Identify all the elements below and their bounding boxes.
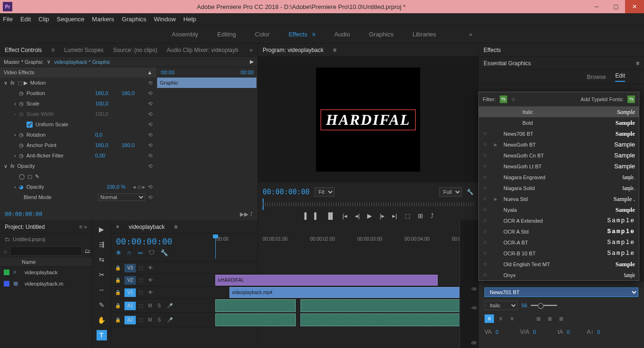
reset-icon[interactable]: ⟲ — [148, 184, 152, 190]
reset-icon[interactable]: ⟲ — [148, 122, 152, 128]
step-fwd-icon[interactable]: |▸ — [379, 212, 384, 219]
magnet-icon[interactable]: ∩ — [127, 249, 131, 256]
favorite-star-icon[interactable]: ☆ — [483, 174, 489, 180]
panel-menu-icon[interactable]: ≡ — [174, 224, 177, 230]
menu-graphics[interactable]: Graphics — [122, 16, 146, 23]
align-right-button[interactable]: ≡ — [507, 314, 517, 323]
program-scrubber[interactable] — [263, 199, 474, 210]
pen-tool[interactable]: ✎ — [97, 300, 107, 310]
razor-tool[interactable]: ✂ — [97, 270, 107, 280]
tracking-value[interactable]: 0 — [495, 329, 498, 335]
project-item[interactable]: ▦videoplayback.m — [0, 278, 92, 289]
audio-clip[interactable] — [300, 299, 461, 312]
project-item[interactable]: ≡videoplayback — [0, 267, 92, 278]
wrench-icon[interactable]: 🔧 — [467, 189, 474, 195]
panel-tab[interactable]: Effect Controls — [5, 47, 42, 53]
eg-tab-edit[interactable]: Edit — [615, 72, 625, 82]
go-in-icon[interactable]: |◂ — [343, 212, 347, 219]
anchor-y[interactable]: 180,0 — [122, 142, 145, 148]
anchor-x[interactable]: 180,0 — [95, 142, 119, 148]
fit-select[interactable]: Fit — [314, 187, 335, 197]
font-item[interactable]: ☆Niagara SolidSample . — [479, 183, 639, 193]
mark-clip-icon[interactable]: ▐▌ — [326, 212, 335, 219]
lock-icon[interactable]: 🔒 — [115, 278, 122, 283]
lock-icon[interactable]: 🔒 — [115, 317, 122, 322]
align-top-button[interactable]: ≣ — [534, 314, 543, 323]
blend-mode-select[interactable]: Normal — [98, 193, 145, 201]
panel-tab[interactable]: Source: (no clips) — [113, 47, 157, 53]
close-button[interactable]: ✕ — [625, 0, 644, 13]
eye-icon[interactable]: 👁 — [148, 290, 155, 295]
workspace-audio[interactable]: Audio — [334, 31, 350, 38]
favorite-star-icon[interactable]: ☆ — [483, 218, 489, 224]
opacity-value[interactable]: 100,0 % — [106, 184, 130, 190]
reset-icon[interactable]: ⟲ — [148, 111, 152, 117]
a2-track-label[interactable]: A2 — [124, 316, 136, 324]
reset-icon[interactable]: ⟲ — [148, 101, 152, 107]
reset-icon[interactable]: ⟲ — [148, 163, 152, 169]
ripple-tool[interactable]: ⇆ — [97, 254, 107, 265]
menu-clip[interactable]: Clip — [38, 16, 49, 23]
ec-tl-clip[interactable]: Graphic — [157, 78, 256, 88]
menu-sequence[interactable]: Sequence — [57, 16, 85, 23]
favorite-star-icon[interactable]: ☆ — [483, 141, 489, 148]
playhead[interactable] — [215, 236, 216, 259]
favorite-star-icon[interactable]: ☆ — [483, 228, 489, 235]
reset-icon[interactable]: ⟲ — [148, 153, 152, 159]
favorite-star-icon[interactable]: ☆ — [483, 152, 489, 158]
lock-icon[interactable]: 🔒 — [115, 303, 122, 308]
link-icon[interactable]: ⫘ — [137, 249, 143, 256]
font-item[interactable]: ☆Old English Text MTSample — [479, 259, 639, 270]
font-item[interactable]: ☆Niagara EngravedSample . — [479, 172, 639, 183]
font-item[interactable]: ☆▶NewsGoth BTSample — [479, 139, 639, 150]
font-item[interactable]: ItalicSample — [479, 106, 639, 117]
baseline-value[interactable]: 0 — [597, 329, 600, 335]
workspace-libraries[interactable]: Libraries — [413, 31, 436, 38]
selection-tool[interactable]: ▶ — [97, 224, 107, 235]
panel-menu-icon[interactable]: ≡ — [51, 47, 54, 53]
workspace-editing[interactable]: Editing — [217, 31, 236, 38]
program-timecode[interactable]: 00:00:00:00 — [263, 188, 309, 196]
reset-icon[interactable]: ⟲ — [148, 142, 152, 148]
settings-icon[interactable]: 🔧 — [160, 249, 168, 256]
mute-button[interactable]: M — [148, 317, 155, 322]
mute-button[interactable]: M — [148, 303, 155, 308]
favorite-filter-icon[interactable]: ☆ — [511, 96, 516, 103]
v1-track-label[interactable]: V1 — [124, 288, 136, 297]
export-icon[interactable]: ⤴ — [431, 212, 434, 219]
slip-tool[interactable]: ↔ — [97, 285, 107, 295]
project-tab[interactable]: Project: Untitled — [5, 224, 45, 230]
font-item[interactable]: ☆News706 BTSample — [479, 128, 639, 139]
solo-button[interactable]: S — [158, 317, 164, 322]
panel-menu-icon[interactable]: ≡ — [333, 47, 336, 53]
position-x[interactable]: 180,0 — [95, 90, 119, 96]
minimize-button[interactable]: ─ — [587, 0, 606, 13]
mark-in-icon[interactable]: ▐ — [302, 212, 307, 219]
panel-menu-icon[interactable]: » — [249, 47, 253, 53]
font-item[interactable]: ☆NewsGoth Cn BTSample — [479, 150, 639, 161]
project-search-input[interactable] — [10, 246, 82, 256]
flicker-value[interactable]: 0,00 — [95, 153, 119, 158]
project-crumb[interactable]: Untitled.prproj — [13, 236, 45, 242]
font-family-select[interactable]: News701 BT — [485, 287, 638, 297]
favorite-star-icon[interactable]: ☆ — [483, 272, 489, 278]
track-select-tool[interactable]: ⇶ — [97, 239, 107, 250]
typekit-filter-icon[interactable]: Tk — [500, 96, 507, 103]
marker-icon[interactable]: 🛡 — [149, 249, 155, 256]
align-center-button[interactable]: ≡ — [496, 314, 505, 323]
eg-tab-browse[interactable]: Browse — [587, 74, 606, 80]
favorite-star-icon[interactable]: ☆ — [483, 261, 489, 267]
menu-markers[interactable]: Markers — [92, 16, 114, 23]
panel-menu-icon[interactable]: ≡ — [636, 60, 639, 67]
ec-timecode[interactable]: 00:00:00:00 — [5, 211, 42, 218]
graphic-clip[interactable]: fx HARDIFAL — [215, 275, 438, 286]
panel-menu-icon[interactable]: ≡ » — [79, 224, 87, 230]
maximize-button[interactable]: ▢ — [606, 0, 625, 13]
eye-icon[interactable]: 👁 — [148, 265, 155, 270]
favorite-star-icon[interactable]: ☆ — [483, 185, 489, 191]
audio-clip[interactable] — [300, 313, 461, 326]
v3-track-label[interactable]: V3 — [124, 264, 136, 272]
filter-icon[interactable]: 🗂 — [85, 248, 90, 254]
audio-clip[interactable] — [215, 313, 296, 326]
favorite-star-icon[interactable]: ☆ — [483, 239, 489, 245]
